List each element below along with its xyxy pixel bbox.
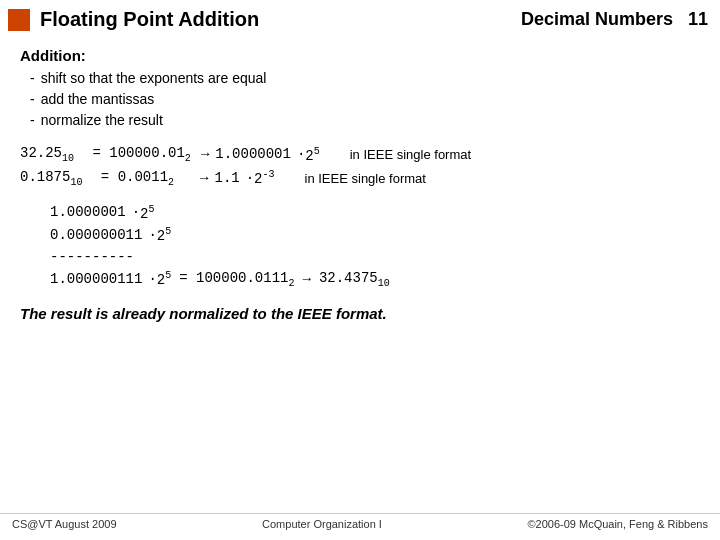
sum-exp: 25	[157, 270, 171, 288]
add1-exp: 25	[140, 204, 154, 222]
math-line2-dot: ·	[246, 170, 254, 186]
sum-decimal: 32.437510	[319, 270, 390, 289]
math-line1-eq: = 100000.012	[84, 145, 191, 164]
conclusion-text: The result is already normalized to the …	[20, 305, 387, 322]
conclusion: The result is already normalized to the …	[20, 305, 700, 322]
subtitle-label: Decimal Numbers	[521, 9, 673, 29]
footer-center: Computer Organization I	[262, 518, 382, 530]
addition-block: 1.0000001 · 25 0.000000011 · 25 --------…	[50, 204, 700, 289]
orange-accent	[8, 9, 30, 31]
addition-heading: Addition:	[20, 47, 700, 64]
bullet-item-3: - normalize the result	[30, 110, 700, 131]
addend-2: 0.000000011 · 25	[50, 226, 700, 244]
math-row-2: 0.187510 = 0.00112 → 1.1 · 2-3 in IEEE s…	[20, 169, 700, 188]
addend-1: 1.0000001 · 25	[50, 204, 700, 222]
divider-line: ----------	[50, 249, 134, 265]
add1-dot: ·	[132, 204, 140, 220]
add1-val: 1.0000001	[50, 204, 126, 220]
math-line1-dot: ·	[297, 146, 305, 162]
divider: ----------	[50, 249, 700, 265]
dash-1: -	[30, 68, 35, 89]
math-line1-val: 32.2510	[20, 145, 74, 164]
subtitle: Decimal Numbers 11	[521, 9, 708, 30]
math-line1-note: in IEEE single format	[350, 147, 471, 162]
sum-row: 1.000000111 · 25 = 100000.01112 → 32.437…	[50, 270, 700, 289]
math-line1-arrow: →	[201, 146, 209, 162]
math-line1-exp: 25	[305, 146, 319, 164]
bullet-text-1: shift so that the exponents are equal	[41, 68, 267, 89]
dash-3: -	[30, 110, 35, 131]
sum-eq: = 100000.01112	[179, 270, 294, 289]
main-content: Addition: - shift so that the exponents …	[0, 37, 720, 330]
bullet-list: - shift so that the exponents are equal …	[30, 68, 700, 131]
footer-left: CS@VT August 2009	[12, 518, 117, 530]
sum-val: 1.000000111	[50, 271, 142, 287]
math-line1-mantissa: 1.0000001	[215, 146, 291, 162]
math-line2-eq: = 0.00112	[92, 169, 174, 188]
page-title: Floating Point Addition	[40, 8, 259, 31]
math-line2-exp: 2-3	[254, 169, 274, 187]
footer-right: ©2006-09 McQuain, Feng & Ribbens	[527, 518, 708, 530]
math-line2-mantissa: 1.1	[214, 170, 239, 186]
sum-arrow: →	[302, 271, 310, 287]
add2-dot: ·	[148, 227, 156, 243]
subtitle-number: 11	[688, 9, 708, 29]
dash-2: -	[30, 89, 35, 110]
math-row-1: 32.2510 = 100000.012 → 1.0000001 · 25 in…	[20, 145, 700, 164]
bullet-item-1: - shift so that the exponents are equal	[30, 68, 700, 89]
math-line2-note: in IEEE single format	[305, 171, 426, 186]
title-left: Floating Point Addition	[8, 8, 259, 31]
sum-dot: ·	[148, 271, 156, 287]
bullet-text-2: add the mantissas	[41, 89, 155, 110]
title-bar: Floating Point Addition Decimal Numbers …	[8, 8, 708, 31]
bullet-item-2: - add the mantissas	[30, 89, 700, 110]
header: Floating Point Addition Decimal Numbers …	[0, 0, 720, 37]
bullet-text-3: normalize the result	[41, 110, 163, 131]
add2-val: 0.000000011	[50, 227, 142, 243]
math-line2-arrow: →	[200, 170, 208, 186]
footer: CS@VT August 2009 Computer Organization …	[0, 513, 720, 534]
math-line2-val: 0.187510	[20, 169, 82, 188]
add2-exp: 25	[157, 226, 171, 244]
